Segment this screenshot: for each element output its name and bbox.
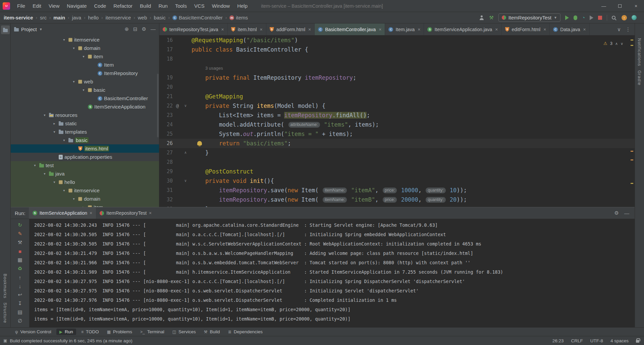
tree-item-templates[interactable]: ▾templates [11, 128, 159, 136]
menu-build[interactable]: Build [136, 0, 155, 12]
close-tab-icon[interactable]: × [379, 27, 381, 32]
tree-item-item[interactable]: CItem [11, 61, 159, 69]
stop-icon[interactable]: ■ [11, 247, 29, 256]
tool-window-button-todo[interactable]: ≡TODO [78, 329, 102, 335]
profiler-icon[interactable]: ◔ [582, 15, 585, 20]
tree-item-basic[interactable]: ▾basic [11, 86, 159, 94]
menu-refactor[interactable]: Refactor [110, 0, 136, 12]
tool-button-project[interactable] [1, 25, 10, 34]
tree-chevron-icon[interactable]: ▾ [71, 46, 76, 50]
menu-run[interactable]: Run [155, 0, 171, 12]
tree-chevron-icon[interactable]: ▸ [52, 122, 57, 125]
run-with-coverage-icon[interactable] [590, 15, 593, 20]
code-line[interactable]: 20 [159, 82, 635, 92]
tool-button-gradle[interactable]: Gradle [637, 68, 642, 87]
tree-item-basic[interactable]: ▾basic [11, 136, 159, 144]
tree-item-itemservice[interactable]: ▾itemservice [11, 36, 159, 44]
tree-item-static[interactable]: ▸static [11, 119, 159, 128]
code-line[interactable]: 24 model.addAttribute( attributeName: "i… [159, 120, 635, 129]
console-output[interactable]: 2022-08-02 14:30:20.243 INFO 15476 --- [… [30, 219, 635, 327]
breadcrumb-item-basicitemcontroller[interactable]: CBasicItemController [172, 15, 223, 20]
tool-window-button-dependencies[interactable]: ≣Dependencies [225, 329, 266, 335]
breadcrumb-item-hello[interactable]: hello [88, 15, 99, 20]
tree-chevron-icon[interactable]: ▾ [52, 180, 57, 184]
line-ending[interactable]: CRLF [571, 338, 583, 343]
minimize-button[interactable]: — [596, 0, 612, 12]
search-everywhere-icon[interactable] [612, 16, 615, 19]
clear-icon[interactable]: ∅ [11, 317, 29, 325]
code-line[interactable]: 18 [159, 54, 635, 64]
tree-item-web[interactable]: ▾web [11, 77, 159, 86]
code-with-me-icon[interactable] [632, 15, 637, 20]
breadcrumb-item-basic[interactable]: basic [154, 15, 166, 20]
run-configuration-select[interactable]: ItemRepositoryTest ▼ [498, 13, 560, 22]
code-line[interactable]: 29 @PostConstruct [159, 167, 635, 176]
caret-position[interactable]: 26:23 [552, 338, 564, 343]
tool-window-button-build[interactable]: ⚒Build [201, 329, 223, 335]
menu-navigate[interactable]: Navigate [63, 0, 90, 12]
tree-chevron-icon[interactable]: ▾ [71, 197, 76, 201]
breadcrumb-item-src[interactable]: src [40, 15, 47, 20]
close-tab-icon[interactable]: × [90, 210, 92, 216]
breadcrumb-item-itemservice[interactable]: itemservice [105, 15, 131, 20]
close-tab-icon[interactable]: × [308, 27, 311, 32]
close-tab-icon[interactable]: × [495, 27, 498, 32]
editor-tab-temrepositorytest.java[interactable]: temRepositoryTest.java× [159, 23, 228, 35]
annotation-gutter-icon[interactable]: @ [173, 101, 182, 111]
code-line[interactable]: 23 List<Item> items = itemRepository.fin… [159, 111, 635, 120]
users-icon[interactable] [479, 15, 484, 20]
code-line[interactable]: 17public class BasicItemController { [159, 45, 635, 54]
hide-panel-icon[interactable]: — [624, 210, 629, 216]
breadcrumb-item-web[interactable]: web [138, 15, 148, 20]
tree-item-item[interactable]: ▸item [11, 203, 159, 207]
tree-chevron-icon[interactable]: ▾ [71, 80, 76, 83]
editor-tab-editform.html[interactable]: 5editForm.html× [502, 23, 550, 35]
editor-tab-item.java[interactable]: CItem.java× [385, 23, 424, 35]
debug-button[interactable] [574, 15, 577, 20]
fold-icon[interactable]: ∨ [182, 176, 189, 186]
menu-code[interactable]: Code [90, 0, 110, 12]
hidden-tabs-icon[interactable]: ∨ [617, 26, 621, 32]
tree-chevron-icon[interactable]: ▾ [42, 172, 47, 176]
file-encoding[interactable]: UTF-8 [590, 338, 603, 343]
tree-item-items-html[interactable]: 5items.html [11, 144, 159, 153]
tree-chevron-icon[interactable]: ▾ [42, 113, 47, 117]
fold-icon[interactable]: ∨ [182, 101, 189, 111]
code-line[interactable]: 30∨ private void init(){ [159, 176, 635, 186]
menu-window[interactable]: Window [208, 0, 233, 12]
menu-tools[interactable]: Tools [171, 0, 191, 12]
tool-window-button-run[interactable]: ▶Run [56, 329, 76, 335]
maximize-button[interactable] [612, 0, 628, 12]
tree-item-item[interactable]: ▾item [11, 52, 159, 61]
breadcrumb-item-item-service[interactable]: item-service [3, 15, 34, 20]
settings-icon[interactable]: ⚒ [11, 238, 29, 247]
code-line[interactable]: 33 } [159, 204, 635, 207]
tree-item-test[interactable]: ▾test [11, 161, 159, 169]
stop-button[interactable] [598, 16, 602, 20]
tree-chevron-icon[interactable]: ▾ [52, 130, 57, 134]
tool-window-button-version-control[interactable]: ψVersion Control [12, 329, 54, 335]
menu-help[interactable]: Help [233, 0, 251, 12]
code-line[interactable]: 26 return "basic/items"; [159, 139, 635, 148]
tree-item-domain[interactable]: ▾domain [11, 195, 159, 203]
close-tab-icon[interactable]: × [543, 27, 546, 32]
editor-tab-basicitemcontroller.java[interactable]: CBasicItemController.java× [315, 23, 385, 35]
status-message[interactable]: Build completed successfully in 6 sec, 2… [10, 338, 132, 343]
close-tab-icon[interactable]: × [418, 27, 420, 32]
tree-item-application-properties[interactable]: ≡application.properties [11, 153, 159, 161]
scrollbar[interactable] [157, 74, 159, 137]
tree-item-itemrepository[interactable]: CItemRepository [11, 69, 159, 77]
run-tab-itemrepositorytest[interactable]: ItemRepositoryTest× [96, 207, 155, 219]
project-panel-title[interactable]: Project [21, 26, 37, 32]
run-tab-itemserviceapplication[interactable]: SItemServiceApplication× [29, 207, 96, 219]
tree-item-resources[interactable]: ▾resources [11, 111, 159, 119]
rerun-icon[interactable]: ↻ [11, 221, 29, 229]
more-options-icon[interactable]: ⋮ [626, 26, 631, 32]
close-tab-icon[interactable]: × [221, 27, 224, 32]
tree-chevron-icon[interactable]: ▸ [81, 205, 86, 207]
menu-edit[interactable]: Edit [29, 0, 45, 12]
tool-button-notifications[interactable]: Notifications [637, 36, 642, 68]
settings-icon[interactable]: ⚙ [614, 210, 619, 216]
code-line[interactable]: 27∧ } [159, 148, 635, 157]
intention-bulb-icon[interactable] [197, 141, 202, 145]
